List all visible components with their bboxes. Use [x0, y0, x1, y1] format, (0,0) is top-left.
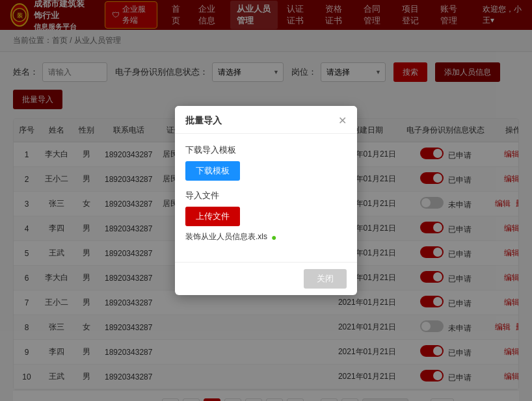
upload-section: 导入文件 上传文件 装饰从业人员信息表.xls ●	[185, 190, 347, 242]
upload-file-button[interactable]: 上传文件	[185, 207, 240, 226]
modal-close-icon[interactable]: ✕	[338, 116, 347, 126]
modal-footer: 关闭	[175, 262, 357, 295]
download-template-button[interactable]: 下载模板	[185, 161, 240, 181]
modal-title: 批量导入	[185, 115, 222, 127]
file-info: 装饰从业人员信息表.xls ●	[185, 231, 347, 242]
file-name: 装饰从业人员信息表.xls	[185, 231, 267, 242]
download-label: 下载导入模板	[185, 144, 347, 156]
modal-header: 批量导入 ✕	[175, 106, 357, 134]
modal-overlay[interactable]: 批量导入 ✕ 下载导入模板 下载模板 导入文件 上传文件 装饰从业人员信息表.x…	[0, 0, 532, 401]
file-ok-icon: ●	[271, 232, 276, 242]
modal-close-button[interactable]: 关闭	[304, 269, 347, 289]
upload-label: 导入文件	[185, 190, 347, 201]
batch-import-modal: 批量导入 ✕ 下载导入模板 下载模板 导入文件 上传文件 装饰从业人员信息表.x…	[175, 106, 357, 295]
download-section: 下载导入模板 下载模板	[185, 144, 347, 181]
modal-body: 下载导入模板 下载模板 导入文件 上传文件 装饰从业人员信息表.xls ●	[175, 134, 357, 262]
